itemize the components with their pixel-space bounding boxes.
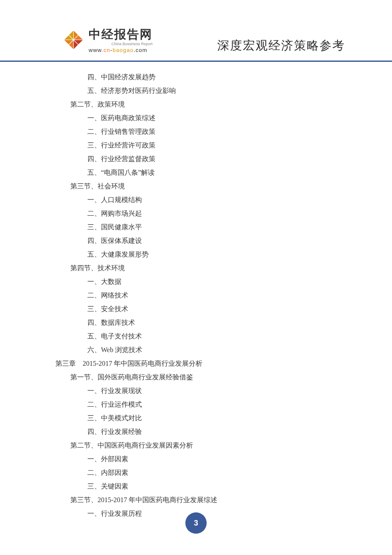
toc-item: 四、行业经营监督政策 [55,152,337,166]
toc-item: 二、网购市场兴起 [55,207,337,220]
toc-item: 五、电子支付技术 [55,330,337,343]
toc-item: 四、医保体系建设 [55,234,337,248]
toc-item: 一、外部因素 [55,452,337,466]
toc-item: 四、行业发展经验 [55,425,337,439]
toc-item: 一、大数据 [55,275,337,289]
toc-item: 三、行业经营许可政策 [55,139,337,152]
logo-area: 中经报告网 China Bussiness Report www.cn-baog… [62,26,153,53]
toc-item: 二、行业销售管理政策 [55,125,337,139]
toc-item: 二、网络技术 [55,289,337,302]
toc-item: 一、行业发展现状 [55,384,337,398]
toc-section: 第四节、技术环境 [55,261,337,275]
toc-item: 三、关键因素 [55,480,337,493]
toc-section: 第二节、中国医药电商行业发展因素分析 [55,439,337,452]
logo-text: 中经报告网 China Bussiness Report www.cn-baog… [89,26,153,53]
toc-item: 三、国民健康水平 [55,220,337,234]
logo-title: 中经报告网 [89,26,153,43]
toc-chapter: 第三章 2015-2017 年中国医药电商行业发展分析 [55,357,337,370]
page-header: 中经报告网 China Bussiness Report www.cn-baog… [0,0,392,62]
toc-item: 二、行业运作模式 [55,398,337,411]
toc-item: 三、安全技术 [55,302,337,316]
toc-item: 六、Web 浏览技术 [55,343,337,357]
toc-item: 三、中美模式对比 [55,411,337,425]
toc-item: 五、大健康发展形势 [55,248,337,261]
toc-section: 第二节、政策环境 [55,98,337,111]
page-footer: 3 [0,512,392,534]
toc-item: 四、中国经济发展趋势 [55,70,337,84]
toc-item: 二、内部因素 [55,466,337,480]
toc-content: 四、中国经济发展趋势 五、经济形势对医药行业影响 第二节、政策环境 一、医药电商… [0,62,392,520]
toc-item: 四、数据库技术 [55,316,337,330]
toc-item: 五、“电商国八条”解读 [55,166,337,179]
toc-section: 第三节、社会环境 [55,179,337,193]
logo-icon [62,28,85,52]
toc-section: 第一节、国外医药电商行业发展经验借鉴 [55,370,337,384]
toc-section: 第三节、2015-2017 年中国医药电商行业发展综述 [55,493,337,507]
toc-item: 一、人口规模结构 [55,193,337,207]
header-slogan: 深度宏观经济策略参考 [217,38,345,54]
page-number: 3 [185,512,207,534]
toc-item: 五、经济形势对医药行业影响 [55,84,337,98]
logo-url: www.cn-baogao.com [89,47,153,53]
toc-item: 一、医药电商政策综述 [55,111,337,125]
